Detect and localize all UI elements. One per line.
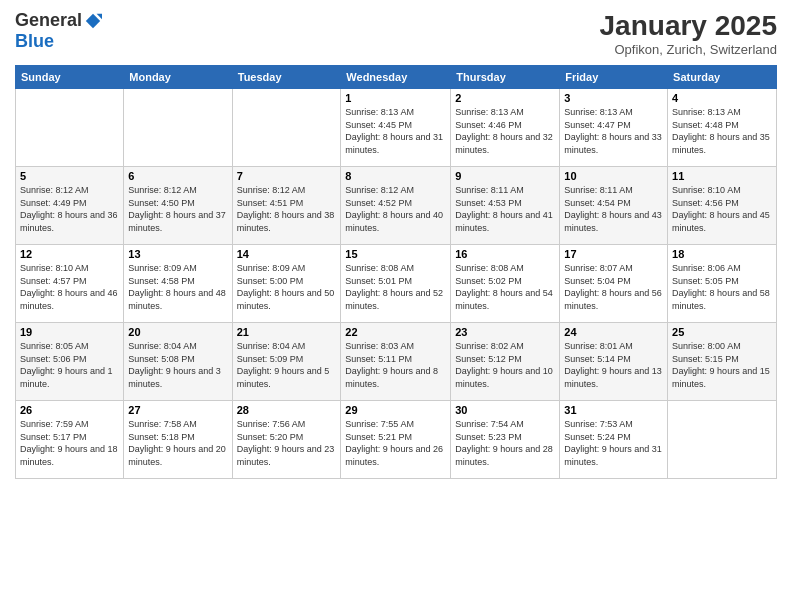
day-number: 26	[20, 404, 119, 416]
logo-icon	[84, 12, 102, 30]
calendar-cell: 21Sunrise: 8:04 AM Sunset: 5:09 PM Dayli…	[232, 323, 341, 401]
weekday-header: Sunday	[16, 66, 124, 89]
day-number: 29	[345, 404, 446, 416]
weekday-header: Friday	[560, 66, 668, 89]
day-info: Sunrise: 8:12 AM Sunset: 4:52 PM Dayligh…	[345, 184, 446, 234]
day-info: Sunrise: 8:01 AM Sunset: 5:14 PM Dayligh…	[564, 340, 663, 390]
day-info: Sunrise: 8:02 AM Sunset: 5:12 PM Dayligh…	[455, 340, 555, 390]
weekday-header: Tuesday	[232, 66, 341, 89]
calendar-cell: 14Sunrise: 8:09 AM Sunset: 5:00 PM Dayli…	[232, 245, 341, 323]
day-number: 10	[564, 170, 663, 182]
weekday-header: Monday	[124, 66, 232, 89]
calendar-cell: 1Sunrise: 8:13 AM Sunset: 4:45 PM Daylig…	[341, 89, 451, 167]
day-number: 2	[455, 92, 555, 104]
calendar-cell: 8Sunrise: 8:12 AM Sunset: 4:52 PM Daylig…	[341, 167, 451, 245]
day-number: 27	[128, 404, 227, 416]
calendar-cell: 27Sunrise: 7:58 AM Sunset: 5:18 PM Dayli…	[124, 401, 232, 479]
day-number: 3	[564, 92, 663, 104]
calendar-cell: 24Sunrise: 8:01 AM Sunset: 5:14 PM Dayli…	[560, 323, 668, 401]
day-number: 31	[564, 404, 663, 416]
calendar-cell: 18Sunrise: 8:06 AM Sunset: 5:05 PM Dayli…	[668, 245, 777, 323]
calendar-cell: 17Sunrise: 8:07 AM Sunset: 5:04 PM Dayli…	[560, 245, 668, 323]
calendar-cell: 2Sunrise: 8:13 AM Sunset: 4:46 PM Daylig…	[451, 89, 560, 167]
logo-blue: Blue	[15, 31, 54, 52]
calendar-cell: 9Sunrise: 8:11 AM Sunset: 4:53 PM Daylig…	[451, 167, 560, 245]
calendar-cell	[16, 89, 124, 167]
day-number: 9	[455, 170, 555, 182]
calendar-cell: 31Sunrise: 7:53 AM Sunset: 5:24 PM Dayli…	[560, 401, 668, 479]
calendar-header: SundayMondayTuesdayWednesdayThursdayFrid…	[16, 66, 777, 89]
day-info: Sunrise: 8:08 AM Sunset: 5:01 PM Dayligh…	[345, 262, 446, 312]
day-info: Sunrise: 8:13 AM Sunset: 4:45 PM Dayligh…	[345, 106, 446, 156]
day-info: Sunrise: 7:58 AM Sunset: 5:18 PM Dayligh…	[128, 418, 227, 468]
day-info: Sunrise: 8:12 AM Sunset: 4:51 PM Dayligh…	[237, 184, 337, 234]
day-info: Sunrise: 8:12 AM Sunset: 4:50 PM Dayligh…	[128, 184, 227, 234]
calendar-cell: 26Sunrise: 7:59 AM Sunset: 5:17 PM Dayli…	[16, 401, 124, 479]
weekday-header: Thursday	[451, 66, 560, 89]
calendar-cell: 22Sunrise: 8:03 AM Sunset: 5:11 PM Dayli…	[341, 323, 451, 401]
calendar-cell: 30Sunrise: 7:54 AM Sunset: 5:23 PM Dayli…	[451, 401, 560, 479]
calendar-week: 5Sunrise: 8:12 AM Sunset: 4:49 PM Daylig…	[16, 167, 777, 245]
day-number: 14	[237, 248, 337, 260]
calendar-cell	[124, 89, 232, 167]
day-number: 20	[128, 326, 227, 338]
svg-marker-0	[86, 13, 100, 27]
calendar-cell: 15Sunrise: 8:08 AM Sunset: 5:01 PM Dayli…	[341, 245, 451, 323]
day-number: 8	[345, 170, 446, 182]
calendar-cell: 28Sunrise: 7:56 AM Sunset: 5:20 PM Dayli…	[232, 401, 341, 479]
day-number: 4	[672, 92, 772, 104]
day-info: Sunrise: 8:08 AM Sunset: 5:02 PM Dayligh…	[455, 262, 555, 312]
day-info: Sunrise: 7:53 AM Sunset: 5:24 PM Dayligh…	[564, 418, 663, 468]
calendar-cell: 13Sunrise: 8:09 AM Sunset: 4:58 PM Dayli…	[124, 245, 232, 323]
day-info: Sunrise: 8:10 AM Sunset: 4:57 PM Dayligh…	[20, 262, 119, 312]
calendar-cell: 20Sunrise: 8:04 AM Sunset: 5:08 PM Dayli…	[124, 323, 232, 401]
day-number: 6	[128, 170, 227, 182]
day-number: 18	[672, 248, 772, 260]
day-number: 1	[345, 92, 446, 104]
day-info: Sunrise: 8:09 AM Sunset: 5:00 PM Dayligh…	[237, 262, 337, 312]
day-number: 15	[345, 248, 446, 260]
calendar-cell	[232, 89, 341, 167]
day-number: 24	[564, 326, 663, 338]
calendar-week: 12Sunrise: 8:10 AM Sunset: 4:57 PM Dayli…	[16, 245, 777, 323]
day-info: Sunrise: 8:12 AM Sunset: 4:49 PM Dayligh…	[20, 184, 119, 234]
logo: General Blue	[15, 10, 102, 52]
calendar-cell: 7Sunrise: 8:12 AM Sunset: 4:51 PM Daylig…	[232, 167, 341, 245]
month-title: January 2025	[600, 10, 777, 42]
day-info: Sunrise: 8:09 AM Sunset: 4:58 PM Dayligh…	[128, 262, 227, 312]
calendar-cell: 4Sunrise: 8:13 AM Sunset: 4:48 PM Daylig…	[668, 89, 777, 167]
day-info: Sunrise: 8:00 AM Sunset: 5:15 PM Dayligh…	[672, 340, 772, 390]
location: Opfikon, Zurich, Switzerland	[600, 42, 777, 57]
calendar-week: 26Sunrise: 7:59 AM Sunset: 5:17 PM Dayli…	[16, 401, 777, 479]
calendar-week: 1Sunrise: 8:13 AM Sunset: 4:45 PM Daylig…	[16, 89, 777, 167]
day-info: Sunrise: 8:13 AM Sunset: 4:48 PM Dayligh…	[672, 106, 772, 156]
calendar-cell: 16Sunrise: 8:08 AM Sunset: 5:02 PM Dayli…	[451, 245, 560, 323]
day-info: Sunrise: 8:13 AM Sunset: 4:47 PM Dayligh…	[564, 106, 663, 156]
day-info: Sunrise: 8:07 AM Sunset: 5:04 PM Dayligh…	[564, 262, 663, 312]
day-number: 13	[128, 248, 227, 260]
day-info: Sunrise: 8:04 AM Sunset: 5:09 PM Dayligh…	[237, 340, 337, 390]
calendar-cell: 3Sunrise: 8:13 AM Sunset: 4:47 PM Daylig…	[560, 89, 668, 167]
calendar-cell: 19Sunrise: 8:05 AM Sunset: 5:06 PM Dayli…	[16, 323, 124, 401]
day-number: 23	[455, 326, 555, 338]
day-number: 11	[672, 170, 772, 182]
calendar-cell: 25Sunrise: 8:00 AM Sunset: 5:15 PM Dayli…	[668, 323, 777, 401]
day-number: 16	[455, 248, 555, 260]
day-info: Sunrise: 7:55 AM Sunset: 5:21 PM Dayligh…	[345, 418, 446, 468]
logo-general: General	[15, 10, 82, 31]
day-info: Sunrise: 8:03 AM Sunset: 5:11 PM Dayligh…	[345, 340, 446, 390]
calendar-cell: 23Sunrise: 8:02 AM Sunset: 5:12 PM Dayli…	[451, 323, 560, 401]
day-info: Sunrise: 7:59 AM Sunset: 5:17 PM Dayligh…	[20, 418, 119, 468]
header: General Blue January 2025 Opfikon, Zuric…	[15, 10, 777, 57]
day-number: 30	[455, 404, 555, 416]
calendar-cell: 10Sunrise: 8:11 AM Sunset: 4:54 PM Dayli…	[560, 167, 668, 245]
day-info: Sunrise: 7:54 AM Sunset: 5:23 PM Dayligh…	[455, 418, 555, 468]
day-info: Sunrise: 8:10 AM Sunset: 4:56 PM Dayligh…	[672, 184, 772, 234]
day-number: 22	[345, 326, 446, 338]
day-info: Sunrise: 8:05 AM Sunset: 5:06 PM Dayligh…	[20, 340, 119, 390]
calendar-cell: 5Sunrise: 8:12 AM Sunset: 4:49 PM Daylig…	[16, 167, 124, 245]
day-number: 5	[20, 170, 119, 182]
day-number: 21	[237, 326, 337, 338]
title-block: January 2025 Opfikon, Zurich, Switzerlan…	[600, 10, 777, 57]
calendar: SundayMondayTuesdayWednesdayThursdayFrid…	[15, 65, 777, 479]
